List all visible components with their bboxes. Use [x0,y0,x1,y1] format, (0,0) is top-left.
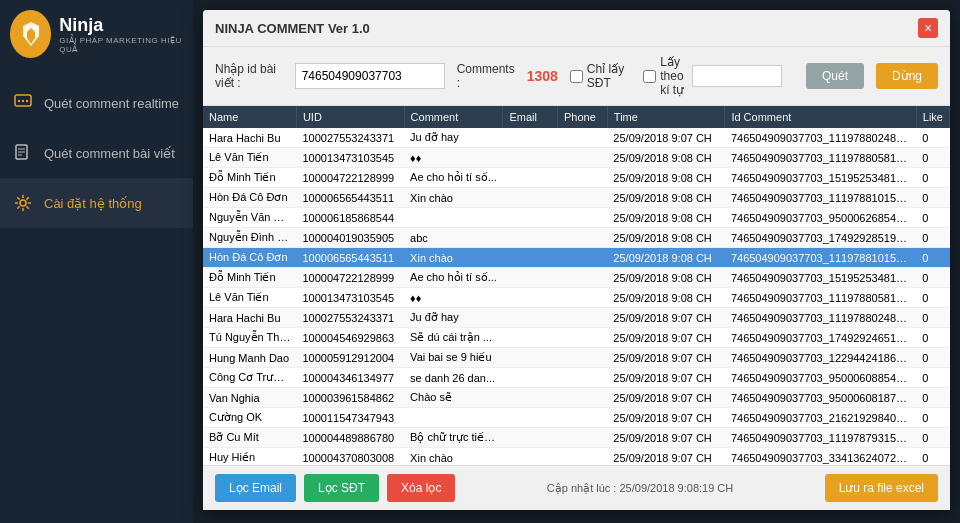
table-row[interactable]: Hara Hachi Bu100027553243371Ju đỡ hay25/… [203,128,950,148]
cell-time: 25/09/2018 9:07 CH [607,428,725,448]
cell-uid: 100013473103545 [296,148,404,168]
table-row[interactable]: Hung Manh Dao100005912912004Vai bai se 9… [203,348,950,368]
cell-uid: 100006565443511 [296,248,404,268]
checkbox-kitu-label: Lấy theo kí tự [660,55,688,97]
table-row[interactable]: Nguyễn Văn Triển10000618586854425/09/201… [203,208,950,228]
cell-comment [404,408,503,428]
checkbox-kitu[interactable] [643,70,656,83]
cell-idcomment: 746504909037703_950006081876554 [725,388,916,408]
table-row[interactable]: Đỗ Minh Tiến100004722128999Ae cho hỏi tí… [203,268,950,288]
col-header-email: Email [503,106,558,128]
cell-phone [558,428,608,448]
comments-label: Comments : [457,62,515,90]
cell-like: 0 [916,248,949,268]
modal-close-button[interactable]: × [918,18,938,38]
loc-email-button[interactable]: Lọc Email [215,474,296,502]
cell-uid: 100003961584862 [296,388,404,408]
table-row[interactable]: Bỡ Cu Mít100004489886780Bộ chữ trực tiếp… [203,428,950,448]
cell-comment: Xin chào [404,188,503,208]
cell-idcomment: 746504909037703_1119788024852837 [725,128,916,148]
comments-table: Name UID Comment Email Phone Time Id Com… [203,106,950,465]
cell-email [503,448,558,466]
sidebar-item-quet-bai-viet[interactable]: Quét comment bài viết [0,128,193,178]
cell-email [503,388,558,408]
cell-uid: 100004346134977 [296,368,404,388]
cell-comment: abc [404,228,503,248]
cell-comment [404,208,503,228]
table-row[interactable]: Huy Hiền100004370803008Xin chào25/09/201… [203,448,950,466]
cell-phone [558,388,608,408]
cell-uid: 100004019035905 [296,228,404,248]
cell-uid: 100006185868544 [296,208,404,228]
table-row[interactable]: Van Nghia100003961584862Chào sẽ25/09/201… [203,388,950,408]
dung-button[interactable]: Dừng [876,63,938,89]
cell-name: Đỗ Minh Tiến [203,268,296,288]
cell-like: 0 [916,428,949,448]
modal-controls: Nhập id bài viết : Comments : 1308 Chỉ l… [203,47,950,106]
cell-comment: Bộ chữ trực tiếp... [404,428,503,448]
cell-email [503,168,558,188]
col-header-phone: Phone [558,106,608,128]
checkbox-sdt-group: Chỉ lấy SĐT [570,62,631,90]
cell-time: 25/09/2018 9:07 CH [607,308,725,328]
table-row[interactable]: Hòn Đá Cô Đơn100006565443511Xin chào25/0… [203,188,950,208]
sidebar-item-cai-dat[interactable]: Cài đặt hệ thống [0,178,193,228]
comments-count: 1308 [527,68,558,84]
cell-name: Hara Hachi Bu [203,128,296,148]
cell-idcomment: 746504909037703_1519525348192731 [725,268,916,288]
table-row[interactable]: Hòn Đá Cô Đơn100006565443511Xin chào25/0… [203,248,950,268]
sidebar-item-quet-realtime[interactable]: Quét comment realtime [0,78,193,128]
cell-time: 25/09/2018 9:07 CH [607,128,725,148]
loc-sdt-button[interactable]: Lọc SĐT [304,474,379,502]
table-row[interactable]: Nguyễn Đình Ph...100004019035905abc25/09… [203,228,950,248]
cell-time: 25/09/2018 9:08 CH [607,188,725,208]
table-row[interactable]: Lê Văn Tiến100013473103545♦♦25/09/2018 9… [203,148,950,168]
cell-comment: ♦♦ [404,288,503,308]
post-id-input[interactable] [295,63,445,89]
cell-time: 25/09/2018 9:07 CH [607,408,725,428]
cell-idcomment: 746504909037703_950006268543202 [725,208,916,228]
cell-email [503,228,558,248]
comments-table-container[interactable]: Name UID Comment Email Phone Time Id Com… [203,106,950,465]
col-header-time: Time [607,106,725,128]
cell-comment: Xin chào [404,248,503,268]
gear-icon [12,192,34,214]
sidebar-item-label-quet-bai-viet: Quét comment bài viết [44,146,175,161]
export-button[interactable]: Lưu ra file excel [825,474,938,502]
table-row[interactable]: Cường OK10001154734794325/09/2018 9:07 C… [203,408,950,428]
table-row[interactable]: Đỗ Minh Tiến100004722128999Ae cho hỏi tí… [203,168,950,188]
modal-title: NINJA COMMENT Ver 1.0 [215,21,370,36]
xoa-loc-button[interactable]: Xóa lọc [387,474,455,502]
quet-button[interactable]: Quét [806,63,864,89]
cell-email [503,408,558,428]
cell-phone [558,328,608,348]
cell-like: 0 [916,348,949,368]
cell-comment: Chào sẽ [404,388,503,408]
table-row[interactable]: Tú Nguyễn Thanh100004546929863Sẽ dú cái … [203,328,950,348]
table-row[interactable]: Hara Hachi Bu100027553243371Ju đỡ hay25/… [203,308,950,328]
cell-email [503,308,558,328]
cell-like: 0 [916,368,949,388]
cell-uid: 100027553243371 [296,308,404,328]
cell-name: Lê Văn Tiến [203,148,296,168]
checkbox-sdt[interactable] [570,70,583,83]
cell-idcomment: 746504909037703_950006088543220 [725,368,916,388]
table-row[interactable]: Lê Văn Tiến100013473103545♦♦25/09/2018 9… [203,288,950,308]
cell-like: 0 [916,148,949,168]
cell-like: 0 [916,128,949,148]
logo-text: Ninja Giải pháp marketing hiệu quả [59,15,183,54]
cell-time: 25/09/2018 9:08 CH [607,248,725,268]
modal-overlay: NINJA COMMENT Ver 1.0 × Nhập id bài viết… [193,0,960,523]
cell-email [503,208,558,228]
cell-phone [558,268,608,288]
cell-uid: 100011547347943 [296,408,404,428]
footer-status: Cập nhật lúc : 25/09/2018 9:08:19 CH [463,482,816,495]
kitu-filter-input[interactable] [692,65,782,87]
cell-idcomment: 746504909037703_1519525348192731 [725,168,916,188]
cell-like: 0 [916,308,949,328]
cell-name: Huy Hiền [203,448,296,466]
cell-idcomment: 746504909037703_216219298405895 [725,408,916,428]
cell-phone [558,208,608,228]
table-row[interactable]: Công Cơ Trường100004346134977se danh 26 … [203,368,950,388]
cell-phone [558,248,608,268]
